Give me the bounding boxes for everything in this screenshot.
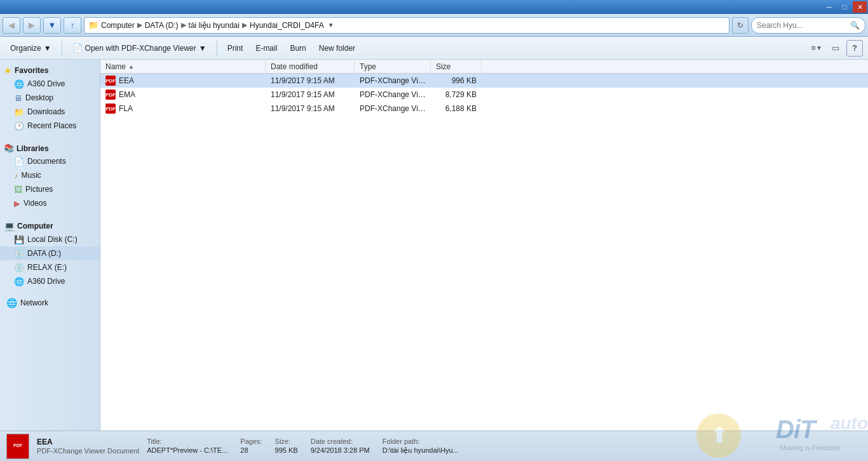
status-title-group: Title: ADEPT*Preview - C:\TE... <box>147 438 227 455</box>
back-button[interactable]: ◀ <box>3 17 20 34</box>
pages-label: Pages: <box>240 438 262 445</box>
title-label: Title: <box>147 438 227 445</box>
status-filename: EEA <box>37 438 139 446</box>
organize-label: Organize <box>10 44 41 53</box>
sidebar-item-recent[interactable]: 🕐 Recent Places <box>0 119 100 133</box>
sidebar-item-videos[interactable]: ▶ Videos <box>0 196 100 210</box>
file-type-fla: PDF-XChange Vie... <box>355 103 431 114</box>
table-row[interactable]: PDF EMA 11/9/2017 9:15 AM PDF-XChange Vi… <box>100 88 868 102</box>
sidebar-item-localdisk[interactable]: 💾 Local Disk (C:) <box>0 232 100 246</box>
music-label: Music <box>22 171 41 180</box>
addr-part3: Hyundai_CRDI_D4FA <box>250 21 324 30</box>
col-header-type[interactable]: Type <box>355 60 431 73</box>
email-label: E-mail <box>255 44 277 53</box>
drive-icon: 🌐 <box>14 79 24 89</box>
a360-icon: 🌐 <box>14 277 24 286</box>
col-header-name[interactable]: Name ▲ <box>100 60 266 73</box>
status-thumbnail: PDF <box>6 434 29 459</box>
maximize-button[interactable]: □ <box>837 1 851 13</box>
sidebar-item-music[interactable]: ♪ Music <box>0 168 100 182</box>
views-button[interactable]: ≡ ▼ <box>808 40 825 57</box>
views-icon: ≡ <box>811 43 816 53</box>
address-field[interactable]: 📁 Computer ▶ DATA (D:) ▶ tài liệu hyunda… <box>84 17 729 34</box>
open-pdf-button[interactable]: 📄 Open with PDF-XChange Viewer ▼ <box>67 39 212 57</box>
burn-button[interactable]: Burn <box>285 39 311 57</box>
documents-label: Documents <box>27 157 66 166</box>
star-icon: ★ <box>4 65 12 76</box>
sidebar-item-documents[interactable]: 📄 Documents <box>0 154 100 168</box>
organize-button[interactable]: Organize ▼ <box>5 39 57 57</box>
pictures-icon: 🖼 <box>14 185 22 194</box>
close-button[interactable]: ✕ <box>853 1 867 13</box>
sidebar-item-network[interactable]: 🌐 Network <box>0 296 100 310</box>
forward-icon: ▶ <box>29 20 35 30</box>
col-header-size[interactable]: Size <box>431 60 482 73</box>
col-name-label: Name <box>105 62 126 71</box>
help-icon: ? <box>852 43 857 53</box>
organize-arrow: ▼ <box>44 44 51 53</box>
status-created-group: Date created: 9/24/2018 3:28 PM <box>311 438 370 455</box>
address-dropdown-button[interactable]: ▼ <box>324 18 338 33</box>
localdisk-label: Local Disk (C:) <box>27 235 78 244</box>
addr-part1: DATA (D:) <box>145 21 179 30</box>
refresh-button[interactable]: ↻ <box>732 17 749 34</box>
addr-root: Computer <box>101 21 135 30</box>
forward-button[interactable]: ▶ <box>23 17 41 34</box>
sort-arrow: ▲ <box>128 63 134 70</box>
up-button[interactable]: ↑ <box>64 17 81 34</box>
recent-button[interactable]: ▼ <box>43 17 61 34</box>
desktop-icon: 🖥 <box>14 93 22 103</box>
help-button[interactable]: ? <box>846 40 863 57</box>
newfolder-label: New folder <box>319 44 355 53</box>
title-bar: ─ □ ✕ <box>0 0 868 14</box>
file-name-eea: PDF EEA <box>100 74 266 87</box>
file-date-ema: 11/9/2017 9:15 AM <box>266 89 355 100</box>
file-size-eea: 996 KB <box>431 75 482 86</box>
computer-label: Computer <box>17 222 53 230</box>
email-button[interactable]: E-mail <box>250 39 282 57</box>
table-row[interactable]: PDF EEA 11/9/2017 9:15 AM PDF-XChange Vi… <box>100 74 868 88</box>
sidebar-header-favorites[interactable]: ★ Favorites <box>0 62 100 77</box>
divider-2 <box>0 213 100 218</box>
divider-3 <box>0 291 100 296</box>
favorites-label: Favorites <box>15 66 48 75</box>
sidebar-item-a360drive[interactable]: 🌐 A360 Drive <box>0 77 100 91</box>
col-date-label: Date modified <box>271 62 318 71</box>
network-icon: 🌐 <box>6 298 17 308</box>
library-icon: 📚 <box>4 144 14 153</box>
print-button[interactable]: Print <box>222 39 248 57</box>
thumb-label: PDF <box>13 443 22 448</box>
videos-icon: ▶ <box>14 199 20 208</box>
desktop-label: Desktop <box>25 93 53 102</box>
sidebar-item-a360[interactable]: 🌐 A360 Drive <box>0 274 100 288</box>
back-icon: ◀ <box>8 20 15 30</box>
sidebar-item-relaxe[interactable]: 💿 RELAX (E:) <box>0 260 100 274</box>
file-date-eea: 11/9/2017 9:15 AM <box>266 75 355 86</box>
newfolder-button[interactable]: New folder <box>314 39 360 57</box>
layout-icon: ▭ <box>832 43 839 53</box>
network-section: 🌐 Network <box>0 296 100 310</box>
address-bar: ◀ ▶ ▼ ↑ 📁 Computer ▶ DATA (D:) ▶ tài liệ… <box>0 14 868 37</box>
title-value: ADEPT*Preview - C:\TE... <box>147 446 227 454</box>
sidebar-item-downloads[interactable]: 📁 Downloads <box>0 105 100 119</box>
sidebar-header-libraries[interactable]: 📚 Libraries <box>0 140 100 154</box>
folder-label: Folder path: <box>383 438 459 445</box>
search-box[interactable]: 🔍 <box>751 17 865 34</box>
table-row[interactable]: PDF FLA 11/9/2017 9:15 AM PDF-XChange Vi… <box>100 102 868 116</box>
sidebar-item-pictures[interactable]: 🖼 Pictures <box>0 182 100 196</box>
print-label: Print <box>227 44 243 53</box>
pdf-icon-fla: PDF <box>105 104 116 114</box>
downloads-label: Downloads <box>27 107 65 116</box>
minimize-button[interactable]: ─ <box>822 1 836 13</box>
sidebar-item-datad[interactable]: 💿 DATA (D:) <box>0 246 100 260</box>
status-folder-group: Folder path: D:\tài liệu hyundai\Hyu... <box>383 438 459 455</box>
relaxe-icon: 💿 <box>14 263 24 272</box>
sidebar-item-desktop[interactable]: 🖥 Desktop <box>0 91 100 105</box>
recent-label: Recent Places <box>27 121 76 130</box>
sidebar: ★ Favorites 🌐 A360 Drive 🖥 Desktop 📁 Dow… <box>0 60 100 431</box>
sidebar-header-computer[interactable]: 💻 Computer <box>0 218 100 232</box>
col-header-date[interactable]: Date modified <box>266 60 355 73</box>
favorites-section: ★ Favorites 🌐 A360 Drive 🖥 Desktop 📁 Dow… <box>0 62 100 133</box>
layout-button[interactable]: ▭ <box>827 40 844 57</box>
search-input[interactable] <box>757 21 848 30</box>
